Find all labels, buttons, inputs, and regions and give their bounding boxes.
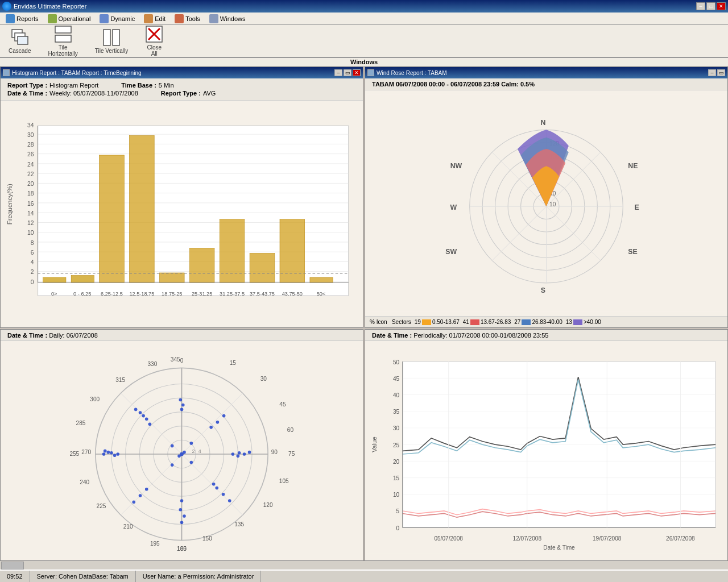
svg-text:26: 26: [27, 151, 34, 157]
horizontal-scrollbar[interactable]: [0, 560, 728, 569]
legend-item-2: 41 13.67-26.83: [463, 319, 511, 325]
svg-rect-64: [310, 277, 333, 282]
tile-horizontally-button[interactable]: TileHorizontally: [44, 23, 81, 59]
svg-point-163: [180, 521, 184, 524]
svg-rect-62: [280, 219, 305, 283]
histogram-close-btn[interactable]: ✕: [353, 69, 361, 76]
report-type-value: Histogram Report: [49, 82, 98, 89]
wind-rose-maximize-btn[interactable]: ▭: [717, 69, 725, 76]
svg-text:SE: SE: [628, 248, 637, 256]
app-minimize-btn[interactable]: –: [696, 2, 705, 10]
time-series-date-bar: Date & Time : Periodically: 01/07/2008 0…: [365, 330, 727, 341]
wind-rose-minimize-btn[interactable]: –: [708, 69, 716, 76]
svg-text:14: 14: [27, 210, 34, 217]
menu-tools[interactable]: Tools: [170, 13, 205, 24]
menu-edit[interactable]: Edit: [139, 13, 170, 24]
svg-point-166: [183, 451, 186, 454]
svg-text:Value: Value: [371, 436, 378, 452]
svg-text:105: 105: [279, 478, 289, 484]
title-bar-controls: – ▭ ✕: [696, 2, 726, 10]
histogram-report-info: Report Type : Histogram Report Time Base…: [1, 78, 363, 101]
svg-text:0: 0: [180, 357, 184, 364]
menu-dynamic[interactable]: Dynamic: [95, 13, 139, 24]
close-all-button[interactable]: CloseAll: [141, 23, 167, 59]
wind-scatter-date-bar: Date & Time : Daily: 06/07/2008: [1, 330, 363, 341]
report-type-label: Report Type :: [7, 82, 47, 89]
histogram-maximize-btn[interactable]: ▭: [344, 69, 351, 76]
svg-point-132: [110, 451, 113, 455]
app-icon: [2, 2, 11, 11]
status-user: User Name: a Permission: Administrator: [136, 571, 262, 582]
report-type2-value: AVG: [203, 90, 216, 97]
svg-point-169: [190, 461, 193, 464]
report-type2-label: Report Type :: [161, 90, 201, 97]
svg-text:300: 300: [90, 396, 100, 402]
svg-text:8: 8: [31, 240, 34, 246]
menu-reports[interactable]: Reports: [1, 13, 43, 24]
svg-text:315: 315: [115, 377, 125, 383]
svg-point-141: [248, 451, 251, 454]
wind-rose-chart-area: 120 100 90 60 40 10 N NE E SE S SW W NW: [365, 90, 727, 316]
svg-text:40: 40: [393, 392, 400, 398]
legend-count-4: 13: [566, 319, 572, 325]
edit-icon: [144, 14, 153, 23]
svg-text:240: 240: [80, 479, 89, 485]
time-series-window: Date & Time : Periodically: 01/07/2008 0…: [365, 329, 728, 568]
windows-icon: [209, 14, 218, 23]
legend-count-1: 19: [415, 319, 421, 325]
svg-text:24: 24: [27, 161, 34, 168]
svg-text:2: 2: [192, 448, 195, 454]
svg-text:60: 60: [287, 427, 294, 433]
cascade-icon: [11, 28, 29, 47]
app-close-btn[interactable]: ✕: [717, 2, 726, 10]
menu-operational[interactable]: Operational: [43, 13, 96, 24]
legend-range-4: >40.00: [584, 319, 601, 325]
svg-point-152: [222, 414, 226, 418]
svg-text:19/07/2008: 19/07/2008: [593, 535, 622, 542]
svg-text:20: 20: [27, 181, 34, 187]
svg-text:15: 15: [230, 360, 237, 366]
svg-text:0>: 0>: [51, 291, 57, 297]
cascade-button[interactable]: Cascade: [5, 27, 35, 56]
svg-point-156: [132, 500, 135, 504]
legend-item-3: 27 26.83-40.00: [514, 319, 562, 325]
svg-point-158: [179, 398, 182, 402]
svg-text:N: N: [540, 119, 545, 127]
menu-windows[interactable]: Windows: [205, 13, 250, 24]
time-series-chart-area: 0 5 10 15 20 25 30 35 40 45 50 Value 05/…: [365, 341, 727, 567]
scrollbar-thumb[interactable]: [1, 562, 24, 569]
svg-point-165: [177, 455, 181, 458]
svg-text:285: 285: [76, 420, 86, 426]
histogram-window-title: Histogram Report : TABAM Report : TimeBe…: [12, 70, 142, 76]
wind-scatter-svg: 0 15 30 45 60 75 90 105 120 135 150 165 …: [3, 343, 361, 565]
svg-text:NW: NW: [450, 162, 462, 170]
svg-point-143: [139, 411, 142, 414]
app-maximize-btn[interactable]: ▭: [706, 2, 715, 10]
histogram-minimize-btn[interactable]: –: [334, 69, 342, 76]
svg-text:5: 5: [396, 508, 400, 514]
svg-point-160: [180, 499, 184, 502]
svg-text:05/07/2008: 05/07/2008: [434, 535, 463, 542]
svg-point-168: [171, 463, 174, 467]
wind-rose-title: Wind Rose Report : TABAM: [377, 70, 447, 76]
legend-range-3: 26.83-40.00: [532, 319, 562, 325]
svg-point-140: [243, 452, 246, 456]
reports-icon: [6, 14, 15, 23]
svg-text:10: 10: [549, 201, 556, 207]
wind-scatter-chart-area: 0 15 30 45 60 75 90 105 120 135 150 165 …: [1, 341, 363, 567]
svg-text:255: 255: [69, 451, 79, 457]
tile-vertically-button[interactable]: Tile Vertically: [91, 27, 133, 56]
svg-text:180: 180: [177, 546, 187, 552]
svg-point-147: [215, 487, 218, 490]
svg-text:34: 34: [27, 122, 34, 128]
close-all-icon: [145, 25, 163, 43]
svg-point-135: [102, 452, 106, 456]
svg-point-167: [190, 442, 193, 445]
legend-color-2: [470, 319, 479, 325]
wind-rose-svg: 120 100 90 60 40 10 N NE E SE S SW W NW: [367, 93, 725, 314]
legend-range-1: 0.50-13.67: [432, 319, 460, 325]
svg-rect-3: [55, 26, 71, 33]
wind-rose-legend: % Icon Sectors 19 0.50-13.67 41 13.67-26…: [365, 316, 727, 327]
histogram-window-controls: – ▭ ✕: [334, 69, 361, 76]
close-all-label: CloseAll: [147, 44, 162, 57]
